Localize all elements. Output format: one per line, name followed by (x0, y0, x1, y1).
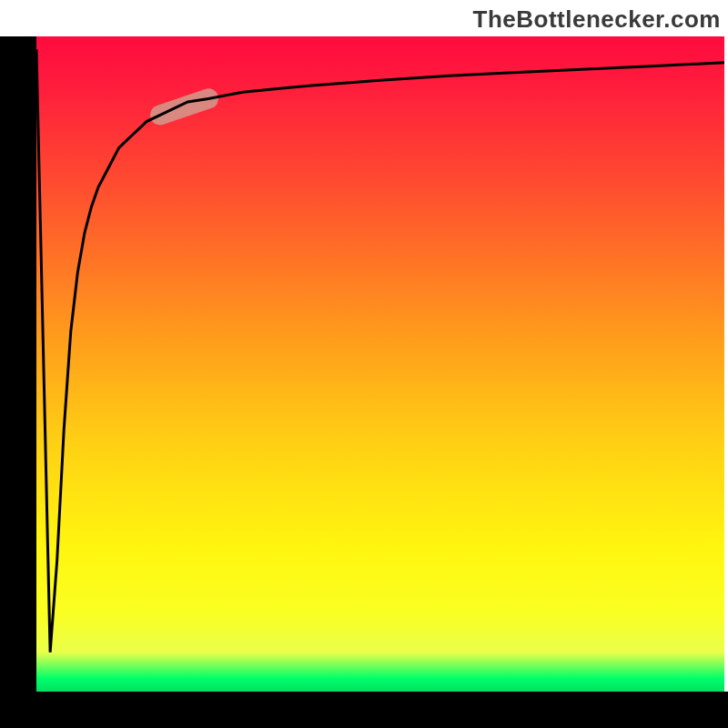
bottleneck-curve (36, 49, 724, 652)
x-axis-band (0, 692, 728, 728)
chart-root: TheBottlenecker.com (0, 0, 728, 728)
watermark-text: TheBottlenecker.com (473, 5, 721, 34)
curve-layer (36, 36, 724, 692)
y-axis-band (0, 36, 36, 692)
